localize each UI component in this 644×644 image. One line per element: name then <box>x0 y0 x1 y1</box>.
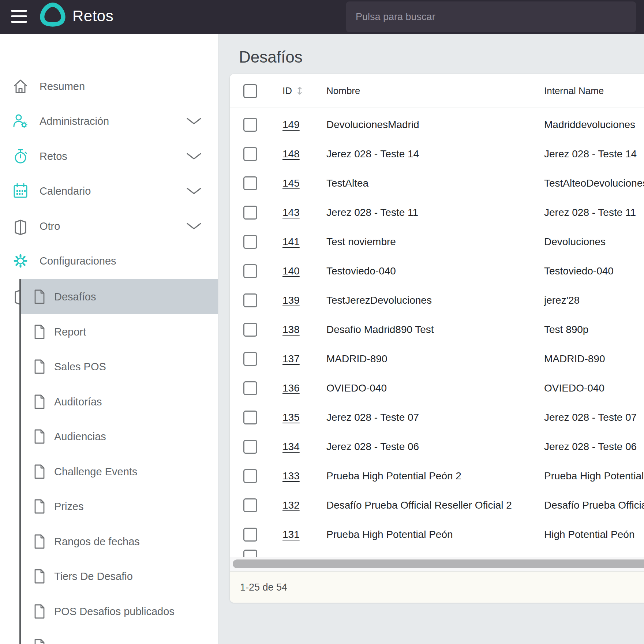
row-checkbox[interactable] <box>243 293 257 307</box>
sidebar-item-label: Calendario <box>40 185 91 197</box>
row-id-link[interactable]: 137 <box>282 353 300 365</box>
sidebar-subitem-challenge-events[interactable]: Challenge Events <box>21 454 218 489</box>
file-icon <box>33 428 46 445</box>
table-row: 140 Testoviedo-040 Testoviedo-040 <box>230 257 644 286</box>
row-checkbox[interactable] <box>243 352 257 366</box>
file-icon <box>33 638 46 644</box>
column-header-id[interactable]: ID <box>282 85 292 97</box>
stopwatch-icon <box>12 147 29 165</box>
file-icon <box>33 533 46 550</box>
row-internal-name: MADRID-890 <box>544 353 605 365</box>
sidebar-subitem-label: Challenge Events <box>54 466 137 478</box>
sidebar-subitem-prizes[interactable]: Prizes <box>21 489 218 524</box>
row-internal-name: Jerez 028 - Teste 07 <box>544 412 637 423</box>
row-id-link[interactable]: 133 <box>282 470 300 482</box>
row-nombre: Prueba High Potential Peón <box>326 529 453 540</box>
sidebar-subitem-label: Report <box>54 326 86 338</box>
app-window: Retos Resumen <box>0 0 644 644</box>
table-footer: 1-25 de 54 <box>230 572 644 603</box>
horizontal-scrollbar-thumb[interactable] <box>233 559 644 568</box>
sidebar-subitem-label: Auditorías <box>54 396 102 408</box>
sidebar-subitem-sales-pos[interactable]: Sales POS <box>21 349 218 384</box>
sidebar-subitem-tiers-de-desafio[interactable]: Tiers De Desafio <box>21 559 218 594</box>
row-id-link[interactable]: 148 <box>282 148 300 160</box>
table-row: 135 Jerez 028 - Teste 07 Jerez 028 - Tes… <box>230 403 644 432</box>
row-checkbox[interactable] <box>243 411 257 424</box>
row-checkbox[interactable] <box>243 381 257 395</box>
row-nombre: Testoviedo-040 <box>326 265 396 277</box>
row-id-link[interactable]: 145 <box>282 177 300 189</box>
row-id-link[interactable]: 141 <box>282 236 300 248</box>
sidebar-subitem-label: POS Desafios publicados <box>54 606 175 618</box>
row-internal-name: Jerez 028 - Teste 14 <box>544 148 637 160</box>
gear-icon <box>12 252 29 270</box>
sidebar-subitem-auditorias[interactable]: Auditorías <box>21 384 218 419</box>
row-checkbox[interactable] <box>243 498 257 512</box>
sidebar-subitem-pos-desafios-publicados[interactable]: POS Desafios publicados <box>21 594 218 629</box>
sidebar-item-otro[interactable]: Otro <box>0 209 218 244</box>
row-internal-name: Devoluciones <box>544 236 606 248</box>
row-checkbox[interactable] <box>243 528 257 542</box>
row-nombre: Jerez 028 - Teste 07 <box>326 412 419 423</box>
sidebar-item-label: Otro <box>40 220 60 232</box>
chevron-down-icon <box>186 222 202 230</box>
row-id-link[interactable]: 139 <box>282 295 300 306</box>
row-nombre: TestJerezDevoluciones <box>326 295 432 306</box>
row-checkbox[interactable] <box>243 469 257 483</box>
row-checkbox[interactable] <box>243 147 257 161</box>
row-id-link[interactable]: 132 <box>282 499 300 511</box>
search-input[interactable] <box>346 1 636 32</box>
app-title: Retos <box>72 7 113 25</box>
row-checkbox[interactable] <box>243 176 257 190</box>
row-internal-name: Madriddevoluciones <box>544 119 635 131</box>
hamburger-menu-icon[interactable] <box>11 10 28 23</box>
row-id-link[interactable]: 135 <box>282 412 300 423</box>
user-gear-icon <box>12 112 29 130</box>
sidebar-subitem-label: Sales POS <box>54 361 106 373</box>
row-id-link[interactable]: 134 <box>282 441 300 453</box>
file-icon <box>33 394 46 410</box>
row-checkbox[interactable] <box>243 118 257 132</box>
table-row: 143 Jerez 028 - Teste 11 Jerez 028 - Tes… <box>230 198 644 227</box>
sidebar-item-calendario[interactable]: Calendario <box>0 173 218 209</box>
sidebar-subitem-report[interactable]: Report <box>21 314 218 349</box>
chevron-down-icon <box>186 153 202 160</box>
row-checkbox[interactable] <box>243 235 257 249</box>
select-all-checkbox[interactable] <box>243 84 257 98</box>
row-checkbox[interactable] <box>243 440 257 454</box>
calendar-icon <box>12 182 29 200</box>
file-icon <box>33 603 46 619</box>
row-id-link[interactable]: 131 <box>282 529 300 540</box>
table-row: 132 Desafío Prueba Official Reseller Ofi… <box>230 491 644 520</box>
row-id-link[interactable]: 149 <box>282 119 300 131</box>
row-checkbox[interactable] <box>243 323 257 337</box>
sidebar-item-configuraciones[interactable]: Configuraciones <box>0 243 218 278</box>
row-id-link[interactable]: 143 <box>282 207 300 218</box>
desafios-table-card: ID Nombre Internal Name 149 Devoluciones… <box>230 74 644 603</box>
row-id-link[interactable]: 138 <box>282 324 300 336</box>
sidebar-subitem-audiencias[interactable]: Audiencias <box>21 419 218 454</box>
row-internal-name: Jerez 028 - Teste 06 <box>544 441 637 453</box>
row-internal-name: jerez'28 <box>544 295 580 306</box>
sidebar-item-retos[interactable]: Retos <box>0 139 218 174</box>
table-row: 138 Desafio Madrid890 Test Test 890p <box>230 315 644 344</box>
row-checkbox[interactable] <box>243 264 257 278</box>
pagination-range: 1-25 de 54 <box>240 581 287 593</box>
row-nombre: Desafío Prueba Official Reseller Oficial… <box>326 499 512 511</box>
file-icon <box>33 359 46 375</box>
sidebar-item-administracion[interactable]: Administración <box>0 104 218 139</box>
file-icon <box>33 568 46 584</box>
row-checkbox[interactable] <box>243 206 257 220</box>
file-icon <box>33 498 46 514</box>
row-id-link[interactable]: 140 <box>282 265 300 277</box>
sort-icon[interactable] <box>296 86 303 96</box>
row-nombre: Desafio Madrid890 Test <box>326 324 434 336</box>
top-bar: Retos <box>0 0 644 34</box>
row-nombre: DevolucionesMadrid <box>326 119 419 131</box>
row-internal-name: Test 890p <box>544 324 588 336</box>
sidebar-subitem-desafios[interactable]: Desafíos <box>21 279 218 314</box>
sidebar-subitem-rangos-de-fechas[interactable]: Rangos de fechas <box>21 524 218 559</box>
file-icon <box>33 464 46 480</box>
row-id-link[interactable]: 136 <box>282 382 300 394</box>
sidebar-item-resumen[interactable]: Resumen <box>0 69 218 104</box>
